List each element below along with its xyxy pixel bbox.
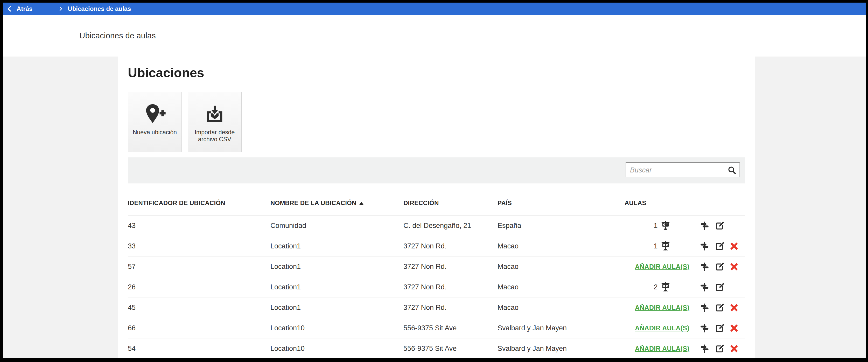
delete-x-icon (730, 263, 738, 271)
edit-icon (715, 241, 724, 251)
cell-aulas: AÑADIR AULA(S) (625, 263, 700, 270)
column-header-id[interactable]: IDENTIFICADOR DE UBICACIÓN (128, 193, 270, 207)
cell-actions (700, 344, 745, 354)
table-row: 45 Location1 3727 Non Rd. Macao AÑADIR A… (128, 297, 745, 318)
cell-location-id: 45 (128, 304, 270, 312)
locations-card: Ubicaciones Nueva ubicación Importar des… (118, 57, 755, 358)
page-header: Ubicaciones de aulas (3, 15, 866, 57)
locations-table: IDENTIFICADOR DE UBICACIÓN NOMBRE DE LA … (128, 184, 745, 358)
add-aulas-link[interactable]: AÑADIR AULA(S) (635, 304, 689, 311)
search-box (626, 162, 740, 177)
cell-country: Macao (498, 263, 625, 271)
cell-country: España (498, 222, 625, 230)
cell-location-name: Location1 (270, 242, 403, 250)
new-location-label: Nueva ubicación (131, 129, 179, 136)
csv-import-icon (205, 103, 224, 125)
cell-aulas: 1 (625, 241, 700, 251)
delete-button[interactable] (730, 324, 738, 332)
edit-button[interactable] (715, 282, 724, 292)
cell-address: C. del Desengaño, 21 (403, 222, 498, 230)
signpost-button[interactable] (700, 323, 709, 333)
add-aulas-link[interactable]: AÑADIR AULA(S) (635, 345, 689, 353)
delete-button[interactable] (730, 303, 738, 312)
edit-button[interactable] (715, 262, 724, 272)
table-body: 43 Comunidad C. del Desengaño, 21 España… (128, 215, 745, 358)
cell-location-name: Comunidad (270, 222, 403, 230)
edit-button[interactable] (715, 221, 724, 231)
cell-country: Svalbard y Jan Mayen (498, 344, 625, 353)
chevron-right-icon (58, 6, 64, 12)
cell-location-id: 33 (128, 242, 270, 250)
edit-icon (715, 282, 724, 292)
signpost-button[interactable] (700, 262, 709, 272)
signpost-icon (700, 221, 709, 231)
cell-location-id: 57 (128, 263, 270, 271)
cell-address: 3727 Non Rd. (403, 263, 498, 271)
signpost-button[interactable] (700, 344, 709, 354)
signpost-button[interactable] (700, 282, 709, 292)
add-aulas-link[interactable]: AÑADIR AULA(S) (635, 324, 689, 332)
cell-location-id: 66 (128, 324, 270, 332)
new-location-button[interactable]: Nueva ubicación (128, 92, 182, 152)
signpost-icon (700, 282, 709, 292)
search-button[interactable] (727, 166, 739, 175)
column-header-actions (700, 196, 745, 203)
breadcrumb[interactable]: Ubicaciones de aulas (58, 5, 131, 12)
edit-button[interactable] (715, 241, 724, 251)
cell-location-id: 54 (128, 344, 270, 353)
aulas-count-group: 1 (654, 241, 671, 251)
edit-button[interactable] (715, 344, 724, 354)
cell-actions (700, 241, 745, 251)
column-header-aulas[interactable]: AULAS (625, 193, 700, 207)
column-header-address[interactable]: DIRECCIÓN (403, 193, 498, 207)
cell-aulas: 2 (625, 282, 700, 292)
aulas-count-group: 2 (654, 282, 671, 292)
edit-icon (715, 303, 724, 312)
cell-address: 3727 Non Rd. (403, 304, 498, 312)
cell-actions (700, 303, 745, 312)
search-icon (727, 166, 736, 175)
signpost-button[interactable] (700, 303, 709, 312)
cell-location-name: Location1 (270, 283, 403, 291)
signpost-button[interactable] (700, 241, 709, 251)
import-csv-button[interactable]: Importar desde archivo CSV (188, 92, 242, 152)
signpost-button[interactable] (700, 221, 709, 231)
import-csv-label: Importar desde archivo CSV (188, 129, 241, 143)
edit-button[interactable] (715, 303, 724, 312)
screen-icon (660, 241, 671, 251)
column-header-country[interactable]: PAÍS (498, 193, 625, 207)
delete-x-icon (730, 324, 738, 332)
column-header-name[interactable]: NOMBRE DE LA UBICACIÓN (270, 193, 403, 207)
table-toolbar (128, 156, 745, 184)
delete-button[interactable] (730, 263, 738, 271)
cell-location-name: Location1 (270, 304, 403, 312)
section-heading: Ubicaciones (128, 57, 745, 80)
page-title: Ubicaciones de aulas (79, 31, 156, 40)
table-header-row: IDENTIFICADOR DE UBICACIÓN NOMBRE DE LA … (128, 184, 745, 215)
cell-address: 3727 Non Rd. (403, 242, 498, 250)
edit-button[interactable] (715, 323, 724, 333)
search-input[interactable] (626, 166, 727, 174)
add-aulas-link[interactable]: AÑADIR AULA(S) (635, 263, 689, 270)
action-tiles: Nueva ubicación Importar desde archivo C… (128, 92, 745, 152)
top-navigation-bar: Atrás Ubicaciones de aulas (3, 3, 866, 15)
delete-button[interactable] (730, 242, 738, 250)
table-row: 54 Location10 556-9375 Sit Ave Svalbard … (128, 338, 745, 358)
signpost-icon (700, 303, 709, 312)
signpost-icon (700, 344, 709, 354)
screen-icon (660, 282, 671, 292)
signpost-icon (700, 262, 709, 272)
cell-location-name: Location10 (270, 324, 403, 332)
delete-x-icon (730, 242, 738, 250)
delete-button[interactable] (730, 344, 738, 353)
cell-location-name: Location1 (270, 263, 403, 271)
cell-address: 556-9375 Sit Ave (403, 324, 498, 332)
cell-location-id: 26 (128, 283, 270, 291)
pin-plus-icon (143, 103, 166, 125)
cell-aulas: AÑADIR AULA(S) (625, 345, 700, 353)
cell-actions (700, 323, 745, 333)
cell-aulas: AÑADIR AULA(S) (625, 324, 700, 332)
back-button[interactable]: Atrás (3, 5, 32, 12)
cell-aulas: AÑADIR AULA(S) (625, 304, 700, 311)
edit-icon (715, 262, 724, 272)
